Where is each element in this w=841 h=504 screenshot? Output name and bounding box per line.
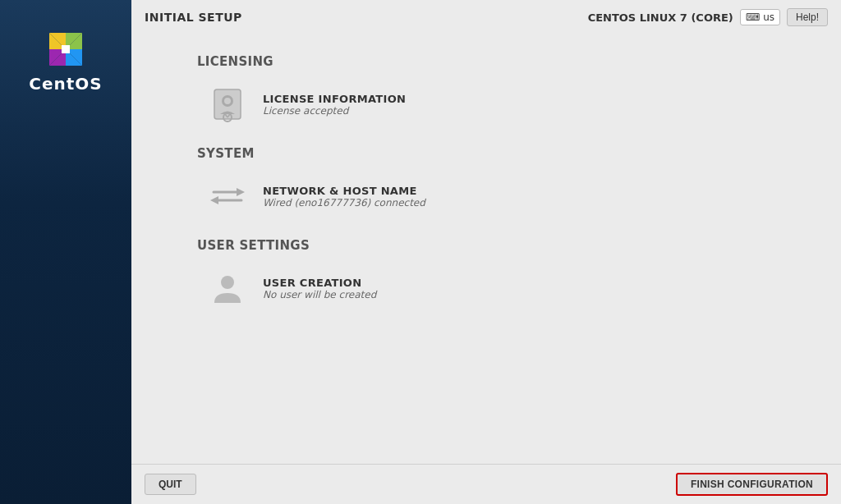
license-icon [207,84,248,125]
keyboard-lang-label: us [763,11,774,23]
svg-marker-8 [237,188,245,196]
user-creation-item[interactable]: USER CREATION No user will be created [197,261,800,315]
os-version-label: CENTOS LINUX 7 (CORE) [588,11,733,24]
system-section-header: SYSTEM [197,146,800,161]
bottombar: QUIT FINISH CONFIGURATION [131,464,841,504]
network-hostname-title: NETWORK & HOST NAME [263,185,425,197]
quit-button[interactable]: QUIT [145,474,196,495]
svg-marker-10 [210,196,218,204]
user-creation-icon [207,268,248,309]
topbar: INITIAL SETUP CENTOS LINUX 7 (CORE) ⌨ us… [131,0,841,31]
network-icon [207,176,248,217]
keyboard-language-widget[interactable]: ⌨ us [740,9,780,25]
license-info-text: LICENSE INFORMATION License accepted [263,93,406,117]
topbar-right: CENTOS LINUX 7 (CORE) ⌨ us Help! [588,8,828,26]
page-title: INITIAL SETUP [145,11,242,24]
licensing-section-header: LICENSING [197,54,800,69]
keyboard-icon: ⌨ [746,11,760,23]
sidebar: CentOS [0,0,131,504]
user-settings-section-header: USER SETTINGS [197,238,800,253]
license-information-item[interactable]: LICENSE INFORMATION License accepted [197,77,800,131]
content-area: LICENSING LICENSE INFORMATION License ac… [131,31,841,464]
svg-rect-0 [62,45,70,53]
network-hostname-item[interactable]: NETWORK & HOST NAME Wired (eno16777736) … [197,169,800,223]
finish-configuration-button[interactable]: FINISH CONFIGURATION [676,473,828,496]
centos-logo-icon [41,25,90,74]
user-creation-subtitle: No user will be created [263,289,376,300]
centos-brand-text: CentOS [29,74,102,94]
network-hostname-subtitle: Wired (eno16777736) connected [263,197,425,208]
user-creation-title: USER CREATION [263,277,376,289]
user-creation-text: USER CREATION No user will be created [263,277,376,300]
license-info-subtitle: License accepted [263,105,406,117]
main-panel: INITIAL SETUP CENTOS LINUX 7 (CORE) ⌨ us… [131,0,841,504]
help-button[interactable]: Help! [787,8,828,26]
license-info-title: LICENSE INFORMATION [263,93,406,105]
network-hostname-text: NETWORK & HOST NAME Wired (eno16777736) … [263,185,425,208]
svg-point-11 [221,276,234,289]
svg-point-3 [224,98,231,104]
